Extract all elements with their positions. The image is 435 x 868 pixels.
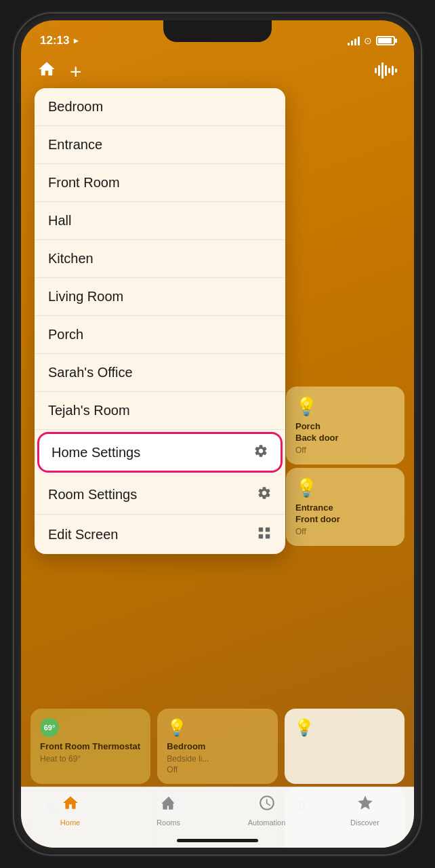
svg-rect-7 <box>259 528 263 532</box>
bedroom-bedside-subtitle: Bedside li... <box>167 754 268 764</box>
tab-home-label: Home <box>60 818 80 827</box>
status-icons: ⊙ <box>348 35 395 46</box>
bedroom-bedside-icon: 💡 <box>167 718 268 737</box>
porch-back-door-icon: 💡 <box>295 396 395 417</box>
menu-item-living-room-label: Living Room <box>48 289 123 304</box>
menu-item-living-room[interactable]: Living Room <box>35 278 285 316</box>
tab-automation[interactable]: Automation <box>243 794 291 827</box>
front-room-thermostat-subtitle: Heat to 69° <box>40 754 141 764</box>
svg-rect-6 <box>395 68 397 73</box>
porch-back-door-status: Off <box>295 446 395 455</box>
tab-rooms-label: Rooms <box>157 818 180 827</box>
home-settings-gear-icon <box>253 443 268 461</box>
menu-item-entrance-label: Entrance <box>48 137 102 153</box>
extra-tile-icon: 💡 <box>294 718 395 737</box>
status-time: 12:13 ► <box>40 34 80 47</box>
home-indicator <box>177 839 258 842</box>
signal-bar-1 <box>348 43 350 45</box>
svg-rect-5 <box>392 66 394 75</box>
screen: 12:13 ► ⊙ <box>21 20 414 848</box>
add-icon[interactable]: + <box>70 60 82 83</box>
menu-item-porch-label: Porch <box>48 327 83 342</box>
room-settings-gear-icon <box>257 486 272 503</box>
menu-item-room-settings[interactable]: Room Settings <box>35 475 285 515</box>
tab-automation-label: Automation <box>248 818 286 827</box>
menu-item-bedroom[interactable]: Bedroom <box>35 88 285 126</box>
signal-bars <box>348 36 360 45</box>
signal-bar-3 <box>354 39 356 45</box>
menu-item-hall[interactable]: Hall <box>35 202 285 240</box>
menu-item-tejahs-room-label: Tejah's Room <box>48 403 130 418</box>
entrance-front-door-tile[interactable]: 💡 Entrance Front door Off <box>286 468 405 546</box>
menu-item-porch[interactable]: Porch <box>35 316 285 354</box>
menu-item-sarahs-office[interactable]: Sarah's Office <box>35 354 285 392</box>
battery-icon <box>376 36 395 45</box>
phone-frame: 12:13 ► ⊙ <box>14 14 421 854</box>
svg-rect-0 <box>375 68 377 73</box>
svg-rect-3 <box>385 65 387 76</box>
entrance-status: Off <box>295 527 395 536</box>
waveform-icon[interactable] <box>375 62 398 81</box>
bottom-tiles: 69° Front Room Thermostat Heat to 69° 💡 … <box>30 709 405 784</box>
location-icon: ► <box>72 36 80 45</box>
svg-rect-8 <box>266 528 270 532</box>
svg-rect-1 <box>378 65 380 76</box>
front-room-thermostat-tile[interactable]: 69° Front Room Thermostat Heat to 69° <box>30 709 150 784</box>
menu-item-sarahs-office-label: Sarah's Office <box>48 365 133 380</box>
wifi-icon: ⊙ <box>364 35 372 46</box>
tab-rooms[interactable]: Rooms <box>145 794 192 827</box>
svg-rect-4 <box>388 68 390 73</box>
status-bar: 12:13 ► ⊙ <box>21 20 414 54</box>
discover-tab-icon <box>356 794 374 816</box>
dropdown-menu: Bedroom Entrance Front Room Hall Kitchen… <box>35 88 285 554</box>
menu-item-front-room-label: Front Room <box>48 175 120 191</box>
bedroom-bedside-title: Bedroom <box>167 741 268 753</box>
menu-item-edit-screen[interactable]: Edit Screen <box>35 515 285 554</box>
menu-item-tejahs-room[interactable]: Tejah's Room <box>35 392 285 430</box>
automation-tab-icon <box>258 794 276 816</box>
thermostat-temp: 69° <box>44 724 56 732</box>
signal-bar-2 <box>351 41 353 45</box>
extra-tile[interactable]: 💡 <box>285 709 405 784</box>
svg-rect-2 <box>381 62 384 79</box>
signal-bar-4 <box>358 37 360 45</box>
tab-discover[interactable]: Discover <box>341 794 389 827</box>
menu-item-kitchen[interactable]: Kitchen <box>35 240 285 278</box>
home-nav-icon[interactable] <box>37 60 56 83</box>
bedroom-bedside-status: Off <box>167 765 268 774</box>
porch-back-door-title: Porch Back door <box>295 421 395 444</box>
front-room-thermostat-title: Front Room Thermostat <box>40 741 141 753</box>
menu-item-front-room[interactable]: Front Room <box>35 164 285 202</box>
svg-rect-9 <box>259 534 263 538</box>
menu-item-edit-screen-label: Edit Screen <box>48 527 118 542</box>
menu-item-hall-label: Hall <box>48 213 71 229</box>
thermostat-temp-badge: 69° <box>40 718 59 737</box>
tab-discover-label: Discover <box>350 818 379 827</box>
top-nav: + <box>21 54 414 89</box>
menu-item-bedroom-label: Bedroom <box>48 99 103 115</box>
entrance-title: Entrance Front door <box>295 502 395 526</box>
svg-rect-10 <box>266 534 270 538</box>
bedroom-bedside-tile[interactable]: 💡 Bedroom Bedside li... Off <box>157 709 277 784</box>
menu-item-home-settings[interactable]: Home Settings <box>37 432 283 473</box>
menu-item-home-settings-label: Home Settings <box>51 445 140 460</box>
time-display: 12:13 <box>40 34 69 47</box>
entrance-icon: 💡 <box>295 477 395 498</box>
nav-left: + <box>37 60 82 83</box>
tab-home[interactable]: Home <box>47 794 94 827</box>
edit-screen-grid-icon <box>257 526 272 543</box>
battery-fill <box>378 38 392 43</box>
menu-item-kitchen-label: Kitchen <box>48 251 94 267</box>
rooms-tab-icon <box>160 794 178 816</box>
menu-item-entrance[interactable]: Entrance <box>35 126 285 164</box>
menu-item-room-settings-label: Room Settings <box>48 487 137 502</box>
porch-back-door-tile[interactable]: 💡 Porch Back door Off <box>286 387 405 465</box>
home-tab-icon <box>62 794 79 816</box>
